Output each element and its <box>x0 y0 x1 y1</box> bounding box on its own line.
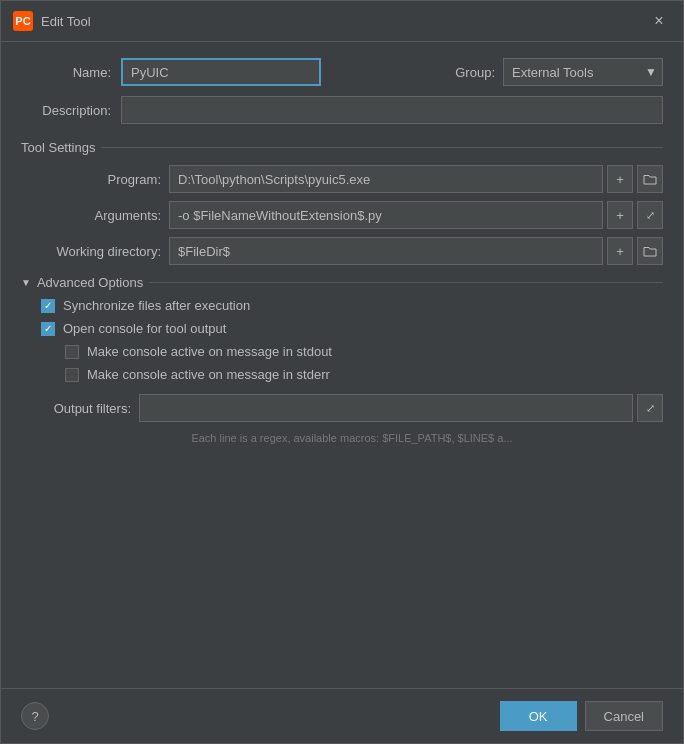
advanced-options-title: Advanced Options <box>37 275 143 290</box>
arguments-add-button[interactable]: + <box>607 201 633 229</box>
output-filters-expand-button[interactable]: ⤢ <box>637 394 663 422</box>
make-active-stdout-row: Make console active on message in stdout <box>41 344 663 359</box>
edit-tool-dialog: PC Edit Tool × Name: Group: External Too… <box>0 0 684 744</box>
advanced-options-header[interactable]: ▼ Advanced Options <box>21 275 663 290</box>
description-input[interactable] <box>121 96 663 124</box>
program-label: Program: <box>31 172 161 187</box>
working-directory-input[interactable] <box>169 237 603 265</box>
dialog-title: Edit Tool <box>41 14 639 29</box>
sync-files-label: Synchronize files after execution <box>63 298 250 313</box>
advanced-section-divider <box>149 282 663 283</box>
program-row: Program: + <box>31 165 663 193</box>
tool-settings-title: Tool Settings <box>21 140 95 155</box>
sync-files-row: Synchronize files after execution <box>41 298 663 313</box>
description-row: Description: <box>21 96 663 124</box>
sync-files-checkbox[interactable] <box>41 299 55 313</box>
working-directory-input-wrapper: + <box>169 237 663 265</box>
group-select[interactable]: External Tools Default <box>503 58 663 86</box>
output-filters-row: Output filters: ⤢ <box>41 394 663 422</box>
output-filters-input-wrapper: ⤢ <box>139 394 663 422</box>
program-input[interactable] <box>169 165 603 193</box>
arguments-input[interactable] <box>169 201 603 229</box>
working-directory-folder-button[interactable] <box>637 237 663 265</box>
make-active-stderr-checkbox[interactable] <box>65 368 79 382</box>
make-active-stderr-row: Make console active on message in stderr <box>41 367 663 382</box>
footer-buttons: OK Cancel <box>500 701 663 731</box>
working-directory-label: Working directory: <box>31 244 161 259</box>
arguments-row: Arguments: + ⤢ <box>31 201 663 229</box>
title-bar: PC Edit Tool × <box>1 1 683 42</box>
open-console-checkbox[interactable] <box>41 322 55 336</box>
open-console-row: Open console for tool output <box>41 321 663 336</box>
group-container: Group: External Tools Default ▼ <box>455 58 663 86</box>
arguments-expand-button[interactable]: ⤢ <box>637 201 663 229</box>
dialog-footer: ? OK Cancel <box>1 688 683 743</box>
working-directory-add-button[interactable]: + <box>607 237 633 265</box>
dialog-content: Name: Group: External Tools Default ▼ De… <box>1 42 683 688</box>
group-label: Group: <box>455 65 495 80</box>
name-group-row: Name: Group: External Tools Default ▼ <box>21 58 663 86</box>
section-divider <box>101 147 663 148</box>
working-directory-row: Working directory: + <box>31 237 663 265</box>
advanced-options-section: ▼ Advanced Options Synchronize files aft… <box>21 275 663 444</box>
arguments-input-wrapper: + ⤢ <box>169 201 663 229</box>
group-select-wrapper: External Tools Default ▼ <box>503 58 663 86</box>
close-button[interactable]: × <box>647 9 671 33</box>
help-button[interactable]: ? <box>21 702 49 730</box>
program-folder-button[interactable] <box>637 165 663 193</box>
description-label: Description: <box>21 103 111 118</box>
make-active-stdout-checkbox[interactable] <box>65 345 79 359</box>
tool-settings-header: Tool Settings <box>21 140 663 155</box>
program-add-button[interactable]: + <box>607 165 633 193</box>
app-icon: PC <box>13 11 33 31</box>
cancel-button[interactable]: Cancel <box>585 701 663 731</box>
tool-settings-body: Program: + Arguments: + ⤢ <box>21 165 663 265</box>
open-console-label: Open console for tool output <box>63 321 226 336</box>
ok-button[interactable]: OK <box>500 701 577 731</box>
name-input[interactable] <box>121 58 321 86</box>
output-filters-label: Output filters: <box>41 401 131 416</box>
make-active-stdout-label: Make console active on message in stdout <box>87 344 332 359</box>
advanced-options-content: Synchronize files after execution Open c… <box>21 298 663 444</box>
advanced-arrow-icon: ▼ <box>21 277 31 288</box>
make-active-stderr-label: Make console active on message in stderr <box>87 367 330 382</box>
program-input-wrapper: + <box>169 165 663 193</box>
name-label: Name: <box>21 65 111 80</box>
hint-text: Each line is a regex, available macros: … <box>41 432 663 444</box>
output-filters-input[interactable] <box>139 394 633 422</box>
arguments-label: Arguments: <box>31 208 161 223</box>
